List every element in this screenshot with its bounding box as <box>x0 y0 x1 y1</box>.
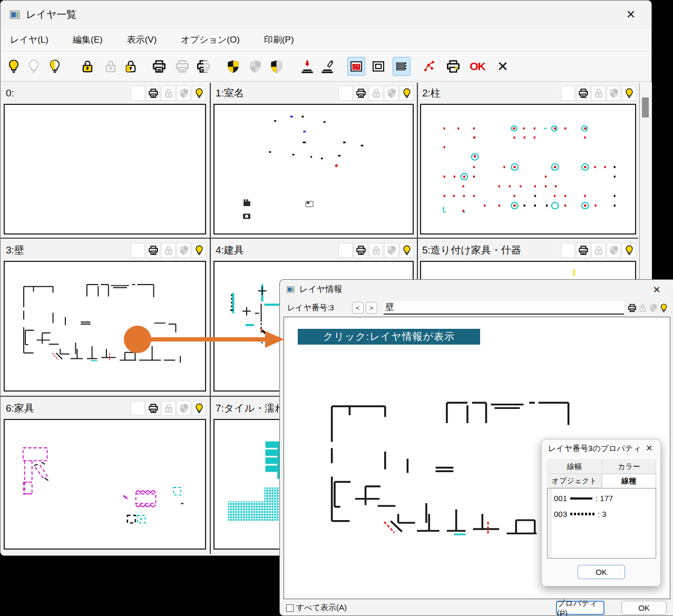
lock-icon[interactable] <box>591 243 606 258</box>
blank-cell <box>561 243 575 258</box>
lock-icon[interactable] <box>369 243 383 258</box>
close-icon[interactable]: ✕ <box>642 442 656 454</box>
ok-button[interactable]: OK <box>469 57 486 76</box>
layer-preview[interactable] <box>4 419 206 550</box>
printer-icon[interactable] <box>627 303 637 313</box>
layer-panel-2[interactable]: 2:柱 <box>419 84 637 234</box>
lock-half-icon[interactable] <box>122 57 140 76</box>
next-layer-button[interactable]: > <box>366 302 377 314</box>
printer-icon[interactable] <box>354 243 368 258</box>
printer-on-icon[interactable] <box>150 57 168 76</box>
show-all-label: すべて表示(A) <box>296 603 347 613</box>
layer-preview[interactable] <box>4 104 206 234</box>
layer-panel-6[interactable]: 6:家具 <box>3 399 207 550</box>
line-type-count: : 3 <box>598 510 607 519</box>
line-type-listbox[interactable]: 001 : 177 003 : 3 <box>547 488 656 559</box>
tab-line-type[interactable]: 線種 <box>602 474 657 488</box>
shield-icon[interactable] <box>607 243 621 258</box>
printer-off-icon[interactable] <box>173 57 191 76</box>
stamp-apply-icon[interactable] <box>298 57 316 76</box>
lock-icon[interactable] <box>638 303 648 313</box>
layer-panel-3[interactable]: 3:壁 <box>3 241 207 392</box>
layer-preview[interactable] <box>420 104 636 234</box>
bulb-icon[interactable] <box>399 243 414 258</box>
menu-print[interactable]: 印刷(P) <box>264 34 294 46</box>
layer-preview[interactable] <box>4 261 206 392</box>
shield-icon[interactable] <box>648 303 658 313</box>
tab-object[interactable]: オブジェクト <box>547 474 602 488</box>
shield-icon[interactable] <box>384 86 398 101</box>
lock-icon[interactable] <box>369 86 383 101</box>
printer-icon[interactable] <box>146 86 160 101</box>
properties-button[interactable]: プロパティ(P) <box>556 601 604 615</box>
bulb-icon[interactable] <box>622 243 636 258</box>
window-title: レイヤ一覧 <box>26 8 76 22</box>
menu-view[interactable]: 表示(V) <box>127 34 157 46</box>
cancel-x-icon[interactable]: ✕ <box>494 57 512 76</box>
close-icon[interactable]: ✕ <box>648 282 666 298</box>
lock-off-icon[interactable] <box>102 57 120 76</box>
shield-on-icon[interactable] <box>224 57 242 76</box>
list-view-icon[interactable] <box>393 57 411 76</box>
bulb-icon[interactable] <box>192 86 206 101</box>
lock-icon[interactable] <box>161 86 175 101</box>
printer-half-icon[interactable] <box>194 57 212 76</box>
layer-properties-dialog: レイヤ番号3のプロパティ ✕ 線幅 カラー オブジェクト 線種 001 : 17… <box>541 439 661 586</box>
node-link-icon[interactable] <box>420 57 438 76</box>
shield-icon[interactable] <box>384 243 398 258</box>
layer-panel-0[interactable]: 0: <box>3 84 207 234</box>
menu-layer[interactable]: レイヤ(L) <box>10 34 48 46</box>
line-type-row[interactable]: 001 : 177 <box>554 494 613 503</box>
printer-icon[interactable] <box>576 86 590 101</box>
panel-label: 3:壁 <box>3 243 24 257</box>
bulb-half-icon[interactable] <box>46 57 64 76</box>
shield-icon[interactable] <box>177 86 191 101</box>
panel-label: 1:室名 <box>212 86 244 100</box>
shield-icon[interactable] <box>177 401 191 416</box>
lock-icon[interactable] <box>161 243 175 258</box>
bulb-on-icon[interactable] <box>5 57 23 76</box>
bulb-icon[interactable] <box>399 86 414 101</box>
bulb-icon[interactable] <box>622 86 636 101</box>
menu-edit[interactable]: 編集(E) <box>73 34 103 46</box>
single-view-icon[interactable] <box>369 57 387 76</box>
printer-icon[interactable] <box>576 243 590 258</box>
layer-name-input[interactable]: 壁 <box>384 301 624 315</box>
shield-icon[interactable] <box>177 243 191 258</box>
shield-half-icon[interactable] <box>267 57 285 76</box>
show-all-checkbox[interactable] <box>286 604 294 612</box>
blank-cell <box>338 86 353 101</box>
listbox-scrollbar[interactable] <box>548 488 551 558</box>
bulb-icon[interactable] <box>659 303 669 313</box>
bulb-icon[interactable] <box>192 401 206 416</box>
layer-panel-1[interactable]: 1:室名 <box>212 84 415 234</box>
stamp-edit-icon[interactable] <box>318 57 336 76</box>
close-icon[interactable]: ✕ <box>622 7 640 23</box>
menu-bar: レイヤ(L) 編集(E) 表示(V) オプション(O) 印刷(P) <box>1 29 651 51</box>
lock-icon[interactable] <box>161 401 175 416</box>
panel-header: 2:柱 <box>419 84 637 103</box>
column-divider <box>210 83 211 554</box>
bulb-icon[interactable] <box>192 243 206 258</box>
tab-line-width[interactable]: 線幅 <box>547 459 602 474</box>
lock-icon[interactable] <box>591 86 606 101</box>
panel-label: 0: <box>3 87 14 99</box>
printer-icon[interactable] <box>146 401 160 416</box>
print-color-icon[interactable] <box>444 57 462 76</box>
printer-icon[interactable] <box>146 243 160 258</box>
bulb-off-icon[interactable] <box>25 57 43 76</box>
line-type-row[interactable]: 003 : 3 <box>554 510 607 519</box>
shield-off-icon[interactable] <box>246 57 264 76</box>
ok-button[interactable]: OK <box>578 565 625 579</box>
shield-icon[interactable] <box>607 86 621 101</box>
scrollbar-thumb[interactable] <box>642 97 649 118</box>
prev-layer-button[interactable]: < <box>352 302 364 314</box>
printer-icon[interactable] <box>354 86 368 101</box>
layer-preview[interactable] <box>213 104 414 234</box>
blank-cell <box>131 401 145 416</box>
ok-button[interactable]: OK <box>621 601 667 615</box>
tab-color[interactable]: カラー <box>602 459 657 474</box>
menu-options[interactable]: オプション(O) <box>181 34 240 46</box>
lock-on-icon[interactable] <box>79 57 96 76</box>
thumbnail-view-icon[interactable] <box>347 57 365 76</box>
